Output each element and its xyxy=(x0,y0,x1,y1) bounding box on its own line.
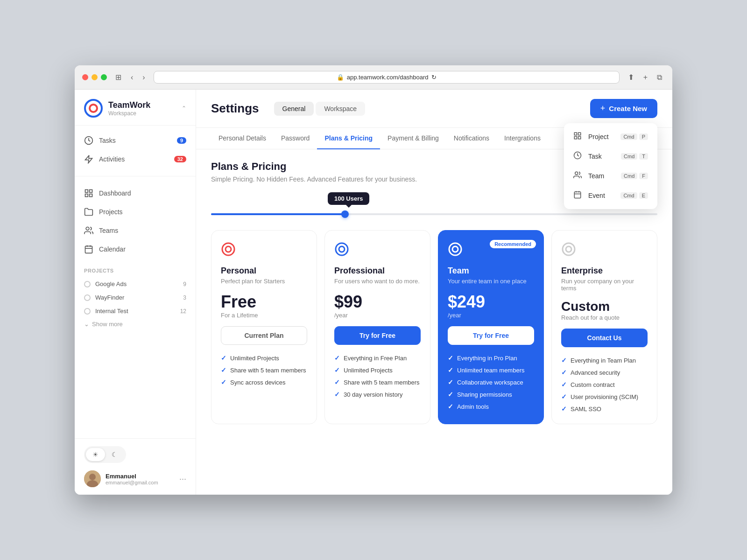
professional-feature-1: Everything in Free Plan xyxy=(344,355,407,362)
settings-tab-personal-details[interactable]: Personal Details xyxy=(211,128,274,149)
light-mode-btn[interactable]: ☀ xyxy=(86,448,105,461)
teams-label: Teams xyxy=(99,227,118,234)
shortcut-key-p: P xyxy=(639,133,648,140)
feature-item: ✓ Unlimited team members xyxy=(448,366,534,374)
sidebar-item-projects[interactable]: Projects xyxy=(75,203,196,221)
traffic-light-red[interactable] xyxy=(82,74,88,80)
new-tab-btn[interactable]: + xyxy=(641,72,650,83)
create-new-button[interactable]: + Create New xyxy=(590,99,657,118)
header-tabs: General Workspace xyxy=(274,102,366,116)
svg-rect-8 xyxy=(85,246,92,253)
check-icon: ✓ xyxy=(561,381,567,388)
settings-tab-payment-billing[interactable]: Payment & Billing xyxy=(380,128,446,149)
feature-item: ✓ SAML SSO xyxy=(561,405,648,413)
team-features-list: ✓ Everything in Pro Plan ✓ Unlimited tea… xyxy=(448,354,534,410)
enterprise-plan-period: Reach out for a quote xyxy=(561,314,648,321)
traffic-lights xyxy=(82,74,107,80)
project-dot xyxy=(84,308,91,315)
back-btn[interactable]: ‹ xyxy=(128,72,136,83)
project-item-google-ads[interactable]: Google Ads 9 xyxy=(84,277,186,291)
team-feature-3: Collaborative workspace xyxy=(457,379,523,386)
dropdown-project[interactable]: Project Cmd P xyxy=(564,127,657,147)
svg-point-30 xyxy=(452,246,458,252)
project-item-internal-test[interactable]: Internal Test 12 xyxy=(84,304,186,318)
pricing-card-personal: Personal Perfect plan for Starters Free … xyxy=(211,230,317,424)
svg-rect-4 xyxy=(90,190,92,193)
url-bar[interactable]: 🔒 app.teamwork.com/dashboard ↻ xyxy=(154,71,620,84)
tab-general[interactable]: General xyxy=(274,102,314,116)
dropdown-task[interactable]: Task Cmd T xyxy=(564,147,657,166)
forward-btn[interactable]: › xyxy=(140,72,148,83)
project-item-wayfinder[interactable]: WayFinder 3 xyxy=(84,291,186,304)
settings-tab-integrations[interactable]: Intergrations xyxy=(497,128,548,149)
personal-plan-period: For a Lifetime xyxy=(221,312,307,319)
check-icon: ✓ xyxy=(448,378,453,386)
tabs-btn[interactable]: ⧉ xyxy=(654,72,665,83)
team-feature-5: Admin tools xyxy=(457,403,489,410)
professional-plan-btn[interactable]: Try for Free xyxy=(334,326,421,345)
settings-tab-plans-pricing[interactable]: Plans & Pricing xyxy=(317,128,380,149)
personal-plan-btn[interactable]: Current Plan xyxy=(221,326,307,345)
project-internal-test-label: Internal Test xyxy=(95,308,128,315)
professional-plan-price: $99 xyxy=(334,292,421,312)
traffic-light-yellow[interactable] xyxy=(92,74,98,80)
pricing-card-professional: Professional For users who want to do mo… xyxy=(324,230,430,424)
svg-point-0 xyxy=(85,100,102,117)
team-plan-btn[interactable]: Try for Free xyxy=(448,326,534,345)
sidebar-item-tasks[interactable]: Tasks 9 xyxy=(75,131,196,150)
svg-point-26 xyxy=(226,246,231,252)
personal-features-list: ✓ Unlimited Projects ✓ Share with 5 team… xyxy=(221,354,307,386)
show-more-label: Show more xyxy=(92,321,123,328)
sidebar-item-activities[interactable]: Activities 32 xyxy=(75,150,196,168)
sidebar-footer: ☀ ☾ Emmanuel emmanuel@gmail.com xyxy=(75,438,196,495)
professional-features-list: ✓ Everything in Free Plan ✓ Unlimited Pr… xyxy=(334,354,421,398)
user-avatar xyxy=(84,470,101,487)
sidebar-item-dashboard[interactable]: Dashboard xyxy=(75,184,196,203)
svg-rect-17 xyxy=(578,137,581,139)
user-more-btn[interactable]: ··· xyxy=(179,474,186,484)
feature-item: ✓ Sharing permissions xyxy=(448,391,534,398)
dropdown-event[interactable]: Event Cmd E xyxy=(564,186,657,205)
settings-tab-password[interactable]: Password xyxy=(274,128,317,149)
browser-window: ⊞ ‹ › 🔒 app.teamwork.com/dashboard ↻ ⬆ +… xyxy=(75,65,672,495)
sidebar-item-calendar[interactable]: Calendar xyxy=(75,240,196,259)
show-more-btn[interactable]: ⌄ Show more xyxy=(84,318,186,330)
check-icon: ✓ xyxy=(448,403,453,410)
feature-item: ✓ Share with 5 team members xyxy=(334,378,421,386)
svg-rect-15 xyxy=(574,133,577,135)
svg-rect-21 xyxy=(574,192,581,198)
enterprise-plan-desc: Run your company on your terms xyxy=(561,278,648,292)
app-layout: TeamWork Workspace ⌃ Tasks 9 Ac xyxy=(75,90,672,495)
feature-item: ✓ Unlimited Projects xyxy=(334,366,421,374)
share-btn[interactable]: ⬆ xyxy=(625,72,637,83)
tab-workspace[interactable]: Workspace xyxy=(316,102,365,116)
sidebar-item-teams[interactable]: Teams xyxy=(75,221,196,240)
feature-item: ✓ Advanced security xyxy=(561,369,648,376)
sidebar-logo[interactable]: TeamWork Workspace ⌃ xyxy=(75,90,196,126)
create-dropdown: Project Cmd P Task Cmd T xyxy=(564,123,657,209)
user-row[interactable]: Emmanuel emmanuel@gmail.com ··· xyxy=(84,470,186,487)
team-feature-1: Everything in Pro Plan xyxy=(457,355,517,362)
enterprise-plan-btn[interactable]: Contact Us xyxy=(561,329,648,347)
svg-rect-3 xyxy=(85,190,88,193)
chevron-down-icon: ⌄ xyxy=(84,321,89,328)
sidebar-divider xyxy=(75,176,196,176)
dropdown-task-label: Task xyxy=(588,153,614,160)
svg-point-29 xyxy=(449,243,461,255)
enterprise-feature-5: SAML SSO xyxy=(571,406,601,413)
refresh-icon: ↻ xyxy=(431,74,437,81)
svg-point-32 xyxy=(566,246,571,252)
url-text: app.teamwork.com/dashboard xyxy=(347,74,429,81)
personal-feature-1: Unlimited Projects xyxy=(230,355,279,362)
settings-tab-notifications[interactable]: Notifications xyxy=(446,128,497,149)
sidebar-toggle-btn[interactable]: ⊞ xyxy=(113,72,124,83)
dropdown-team[interactable]: Team Cmd F xyxy=(564,166,657,186)
check-icon: ✓ xyxy=(561,405,567,413)
traffic-light-green[interactable] xyxy=(101,74,107,80)
dropdown-project-label: Project xyxy=(588,133,614,140)
dark-mode-btn[interactable]: ☾ xyxy=(105,448,124,461)
professional-feature-2: Unlimited Projects xyxy=(344,367,393,374)
team-plan-desc: Your entire team in one place xyxy=(448,278,534,285)
team-plan-price: $249 xyxy=(448,292,534,312)
dropdown-task-shortcut: Cmd T xyxy=(621,153,648,160)
